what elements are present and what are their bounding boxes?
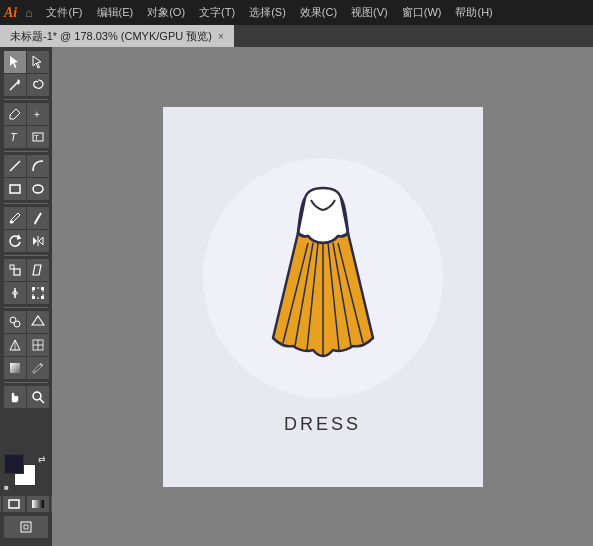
menu-effect[interactable]: 效果(C) bbox=[294, 3, 343, 22]
tab-bar: 未标题-1* @ 178.03% (CMYK/GPU 预览) × bbox=[0, 25, 593, 47]
menu-select[interactable]: 选择(S) bbox=[243, 3, 292, 22]
app-logo: Ai bbox=[4, 5, 17, 21]
tool-row-4: T T bbox=[4, 126, 49, 148]
tool-row-5 bbox=[4, 155, 49, 177]
svg-rect-25 bbox=[41, 296, 44, 299]
shear-tool-button[interactable] bbox=[27, 259, 49, 281]
gradient-button[interactable] bbox=[27, 496, 49, 512]
menu-edit[interactable]: 编辑(E) bbox=[91, 3, 140, 22]
magic-wand-tool-button[interactable] bbox=[4, 74, 26, 96]
svg-text:+: + bbox=[34, 109, 40, 120]
type-tool-button[interactable]: T bbox=[4, 126, 26, 148]
artboard: DRESS bbox=[163, 107, 483, 487]
color-swatches[interactable]: ⇄ ■ bbox=[4, 454, 48, 494]
svg-point-37 bbox=[33, 392, 41, 400]
tool-row-2 bbox=[4, 74, 49, 96]
ellipse-tool-button[interactable] bbox=[27, 178, 49, 200]
width-tool-button[interactable] bbox=[4, 282, 26, 304]
paintbrush-tool-button[interactable] bbox=[4, 207, 26, 229]
menu-object[interactable]: 对象(O) bbox=[141, 3, 191, 22]
menu-view[interactable]: 视图(V) bbox=[345, 3, 394, 22]
pencil-tool-button[interactable] bbox=[27, 207, 49, 229]
rectangle-tool-button[interactable] bbox=[4, 178, 26, 200]
reset-colors-icon[interactable]: ■ bbox=[4, 483, 9, 492]
left-toolbar: + T T bbox=[0, 47, 52, 546]
tool-row-3: + bbox=[4, 103, 49, 125]
svg-marker-1 bbox=[33, 56, 41, 68]
svg-rect-42 bbox=[32, 500, 44, 508]
svg-text:T: T bbox=[10, 131, 18, 143]
tool-row-11 bbox=[4, 311, 49, 333]
swap-colors-icon[interactable]: ⇄ bbox=[38, 454, 46, 464]
live-paint-tool-button[interactable] bbox=[27, 311, 49, 333]
gradient-tool-button[interactable] bbox=[4, 357, 26, 379]
arc-tool-button[interactable] bbox=[27, 155, 49, 177]
rotate-tool-button[interactable] bbox=[4, 230, 26, 252]
svg-point-12 bbox=[10, 221, 13, 224]
stroke-mode-button[interactable] bbox=[3, 496, 25, 512]
pen-tool-button[interactable] bbox=[4, 103, 26, 125]
change-screen-mode-button[interactable] bbox=[4, 516, 48, 538]
tab-close-button[interactable]: × bbox=[218, 31, 224, 42]
free-transform-tool-button[interactable] bbox=[27, 282, 49, 304]
toolbar-divider-2 bbox=[4, 151, 48, 152]
svg-marker-0 bbox=[10, 56, 18, 68]
tool-row-1 bbox=[4, 51, 49, 73]
svg-marker-17 bbox=[39, 237, 43, 245]
menu-file[interactable]: 文件(F) bbox=[40, 3, 88, 22]
tool-row-bottom bbox=[4, 516, 48, 538]
svg-point-28 bbox=[14, 321, 20, 327]
svg-rect-26 bbox=[32, 296, 35, 299]
toolbar-divider-5 bbox=[4, 307, 48, 308]
add-anchor-tool-button[interactable]: + bbox=[27, 103, 49, 125]
mesh-tool-button[interactable] bbox=[27, 334, 49, 356]
svg-rect-23 bbox=[32, 287, 35, 290]
menu-type[interactable]: 文字(T) bbox=[193, 3, 241, 22]
menu-help[interactable]: 帮助(H) bbox=[449, 3, 498, 22]
bottom-mode-icons bbox=[0, 496, 52, 512]
hand-tool-button[interactable] bbox=[4, 386, 26, 408]
scale-tool-button[interactable] bbox=[4, 259, 26, 281]
tool-row-6 bbox=[4, 178, 49, 200]
lasso-tool-button[interactable] bbox=[27, 74, 49, 96]
line-tool-button[interactable] bbox=[4, 155, 26, 177]
svg-rect-19 bbox=[10, 265, 14, 269]
dress-illustration bbox=[233, 178, 413, 378]
svg-line-9 bbox=[10, 161, 20, 171]
svg-line-38 bbox=[40, 399, 44, 403]
reflect-tool-button[interactable] bbox=[27, 230, 49, 252]
circle-background bbox=[203, 158, 443, 398]
fill-mode-button[interactable] bbox=[0, 496, 1, 512]
menu-window[interactable]: 窗口(W) bbox=[396, 3, 448, 22]
canvas-area[interactable]: DRESS bbox=[52, 47, 593, 546]
selection-tool-button[interactable] bbox=[4, 51, 26, 73]
tool-row-12 bbox=[4, 334, 49, 356]
svg-marker-20 bbox=[33, 265, 41, 275]
perspective-grid-tool-button[interactable] bbox=[4, 334, 26, 356]
title-bar: Ai ⌂ 文件(F) 编辑(E) 对象(O) 文字(T) 选择(S) 效果(C)… bbox=[0, 0, 593, 25]
svg-line-2 bbox=[10, 82, 18, 90]
svg-rect-24 bbox=[41, 287, 44, 290]
document-tab[interactable]: 未标题-1* @ 178.03% (CMYK/GPU 预览) × bbox=[0, 25, 234, 47]
home-icon[interactable]: ⌂ bbox=[25, 6, 32, 20]
zoom-tool-button[interactable] bbox=[27, 386, 49, 408]
svg-rect-46 bbox=[24, 525, 28, 529]
svg-rect-41 bbox=[9, 500, 19, 508]
main-area: + T T bbox=[0, 47, 593, 546]
tab-label: 未标题-1* @ 178.03% (CMYK/GPU 预览) bbox=[10, 29, 212, 44]
color-section: ⇄ ■ bbox=[0, 454, 52, 542]
tool-row-7 bbox=[4, 207, 49, 229]
toolbar-divider-6 bbox=[4, 382, 48, 383]
direct-selection-tool-button[interactable] bbox=[27, 51, 49, 73]
svg-marker-15 bbox=[33, 237, 37, 245]
eyedropper-tool-button[interactable] bbox=[27, 357, 49, 379]
foreground-color-swatch[interactable] bbox=[4, 454, 24, 474]
toolbar-divider-3 bbox=[4, 203, 48, 204]
svg-rect-10 bbox=[10, 185, 20, 193]
area-type-tool-button[interactable]: T bbox=[27, 126, 49, 148]
shape-builder-tool-button[interactable] bbox=[4, 311, 26, 333]
svg-marker-29 bbox=[32, 316, 44, 325]
svg-marker-3 bbox=[17, 79, 20, 85]
svg-line-36 bbox=[40, 364, 42, 366]
menu-bar: 文件(F) 编辑(E) 对象(O) 文字(T) 选择(S) 效果(C) 视图(V… bbox=[40, 3, 498, 22]
